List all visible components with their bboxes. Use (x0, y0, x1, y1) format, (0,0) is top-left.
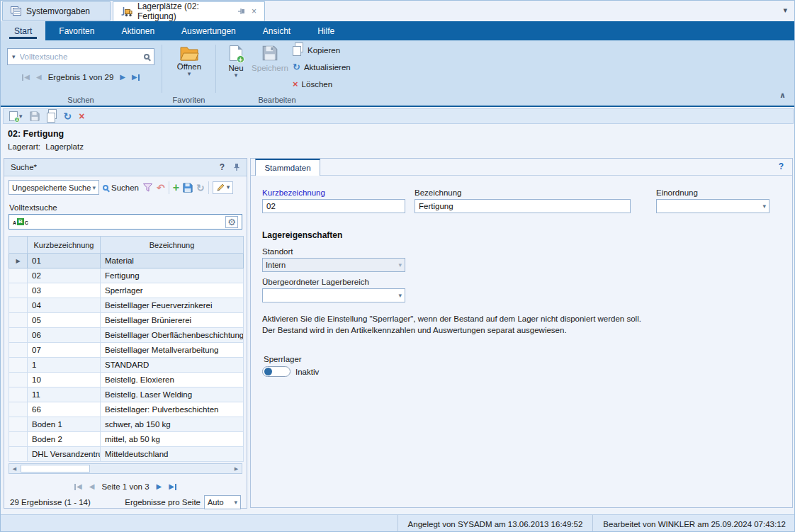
quick-refresh-button[interactable]: ↻ (64, 111, 72, 121)
previous-result-button[interactable]: ◀ (36, 74, 42, 81)
save-search-icon[interactable] (183, 183, 193, 193)
cell-kurzbezeichnung[interactable]: Boden 2 (28, 432, 101, 447)
einordnung-combo[interactable]: ▾ (656, 199, 769, 213)
menu-item-favoriten[interactable]: Favoriten (45, 21, 108, 40)
reload-search-icon[interactable]: ↻ (196, 183, 205, 193)
cell-kurzbezeichnung[interactable]: 05 (28, 313, 101, 328)
cell-kurzbezeichnung[interactable]: 10 (28, 373, 101, 387)
ribbon-search-combo[interactable]: ▾ (7, 48, 154, 65)
row-selector[interactable] (9, 313, 28, 328)
column-header-bezeichnung[interactable]: Bezeichnung (101, 237, 244, 254)
new-button[interactable]: + Neu ▾ (222, 45, 250, 79)
row-selector[interactable] (9, 447, 28, 462)
kurzbezeichnung-field[interactable] (262, 199, 405, 213)
row-selector[interactable] (9, 298, 28, 313)
quick-delete-button[interactable]: × (79, 111, 84, 121)
table-row[interactable]: 04Beistelllager Feuerverzinkerei (9, 298, 244, 313)
cell-bezeichnung[interactable]: Beistelllager Metallverarbeitung (101, 343, 244, 358)
cell-bezeichnung[interactable]: Beistelllager Oberflächenbeschichtung (101, 328, 244, 343)
first-result-button[interactable]: ◀ (22, 74, 30, 81)
open-button[interactable]: Öffnen ▾ (171, 44, 207, 77)
scrollbar-thumb[interactable] (21, 465, 90, 472)
undo-icon[interactable]: ↶ (157, 183, 165, 193)
cell-bezeichnung[interactable]: Beistelllager Brüniererei (101, 313, 244, 328)
menu-item-ansicht[interactable]: Ansicht (249, 21, 304, 40)
table-row[interactable]: 02Fertigung (9, 268, 244, 283)
table-row[interactable]: 07Beistelllager Metallverarbeitung (9, 343, 244, 358)
menu-item-start[interactable]: Start (1, 21, 45, 40)
quick-copy-button[interactable] (47, 111, 57, 122)
table-row[interactable]: 03Sperrlager (9, 283, 244, 298)
menu-item-aktionen[interactable]: Aktionen (108, 21, 168, 40)
cell-kurzbezeichnung[interactable]: 02 (28, 268, 101, 283)
cell-kurzbezeichnung[interactable]: 66 (28, 402, 101, 417)
next-result-button[interactable]: ▶ (120, 74, 125, 81)
bezeichnung-field[interactable] (415, 199, 631, 213)
row-selector[interactable] (9, 358, 28, 373)
cell-kurzbezeichnung[interactable]: 11 (28, 387, 101, 402)
previous-page-button[interactable]: ◀ (89, 483, 95, 490)
ribbon-collapse-icon[interactable]: ∧ (779, 91, 786, 100)
pin-icon[interactable] (233, 163, 240, 171)
cell-bezeichnung[interactable]: mittel, ab 50 kg (101, 432, 244, 447)
cell-kurzbezeichnung[interactable]: 1 (28, 358, 101, 373)
cell-kurzbezeichnung[interactable]: Boden 1 (28, 417, 101, 432)
table-row[interactable]: 1STANDARD (9, 358, 244, 373)
cell-bezeichnung[interactable]: Material (101, 254, 244, 268)
copy-button[interactable]: Kopieren (293, 44, 351, 56)
tab-systemvorgaben[interactable]: Systemvorgaben (2, 1, 111, 21)
cell-bezeichnung[interactable]: schwer, ab 150 kg (101, 417, 244, 432)
tab-stammdaten[interactable]: Stammdaten (255, 159, 320, 176)
row-selector[interactable] (9, 283, 28, 298)
search-button[interactable]: Suchen (103, 183, 139, 192)
gear-icon[interactable]: ⚙ (225, 216, 238, 228)
search-icon[interactable] (144, 54, 150, 60)
scroll-left-icon[interactable]: ◀ (9, 464, 20, 473)
cell-kurzbezeichnung[interactable]: DHL Versandzentrum (28, 447, 101, 462)
quick-new-button[interactable]: + ▾ (9, 111, 23, 121)
tab-lagerplaetze[interactable]: Lagerplätze (02: Fertigung) × (113, 1, 265, 21)
table-row[interactable]: 66Beistellager: Pulverbeschichten (9, 402, 244, 417)
cell-bezeichnung[interactable]: Fertigung (101, 268, 244, 283)
quick-save-button[interactable] (30, 111, 40, 121)
fulltext-input[interactable] (31, 217, 222, 226)
menu-item-auswertungen[interactable]: Auswertungen (168, 21, 249, 40)
cell-bezeichnung[interactable]: Beistelllager Feuerverzinkerei (101, 298, 244, 313)
row-selector[interactable] (9, 402, 28, 417)
table-row[interactable]: 05Beistelllager Brüniererei (9, 313, 244, 328)
help-icon[interactable]: ? (779, 162, 784, 171)
last-result-button[interactable]: ▶ (132, 74, 140, 81)
cell-bezeichnung[interactable]: Beistellg. Laser Welding (101, 387, 244, 402)
cell-kurzbezeichnung[interactable]: 01 (28, 254, 101, 268)
cell-kurzbezeichnung[interactable]: 06 (28, 328, 101, 343)
pin-icon[interactable] (238, 8, 247, 15)
horizontal-scrollbar[interactable]: ◀ ▶ (9, 463, 242, 474)
table-row[interactable]: Boden 2mittel, ab 50 kg (9, 432, 244, 447)
cell-kurzbezeichnung[interactable]: 03 (28, 283, 101, 298)
row-selector[interactable] (9, 343, 28, 358)
save-button[interactable]: Speichern (250, 45, 290, 72)
table-row[interactable]: ▶01Material (9, 254, 244, 268)
table-row[interactable]: Boden 1schwer, ab 150 kg (9, 417, 244, 432)
cell-bezeichnung[interactable]: Sperrlager (101, 283, 244, 298)
row-selector[interactable] (9, 432, 28, 447)
sperrlager-toggle[interactable]: Inaktiv (262, 366, 319, 377)
last-page-button[interactable]: ▶ (169, 483, 176, 490)
scroll-right-icon[interactable]: ▶ (231, 464, 242, 473)
delete-button[interactable]: × Löschen (293, 78, 351, 90)
row-selector[interactable] (9, 373, 28, 387)
help-icon[interactable]: ? (220, 162, 225, 172)
row-selector[interactable] (9, 268, 28, 283)
table-row[interactable]: 11Beistellg. Laser Welding (9, 387, 244, 402)
first-page-button[interactable]: ◀ (74, 483, 82, 490)
per-page-combo[interactable]: Auto ▾ (204, 495, 241, 509)
table-row[interactable]: 06Beistelllager Oberflächenbeschichtung (9, 328, 244, 343)
ribbon-search-input[interactable] (20, 52, 140, 61)
next-page-button[interactable]: ▶ (157, 483, 162, 490)
chevron-down-icon[interactable]: ▾ (12, 54, 16, 60)
cell-bezeichnung[interactable]: Beistellager: Pulverbeschichten (101, 402, 244, 417)
row-selector[interactable] (9, 328, 28, 343)
filter-icon[interactable] (142, 183, 153, 193)
cell-kurzbezeichnung[interactable]: 04 (28, 298, 101, 313)
row-selector[interactable] (9, 417, 28, 432)
